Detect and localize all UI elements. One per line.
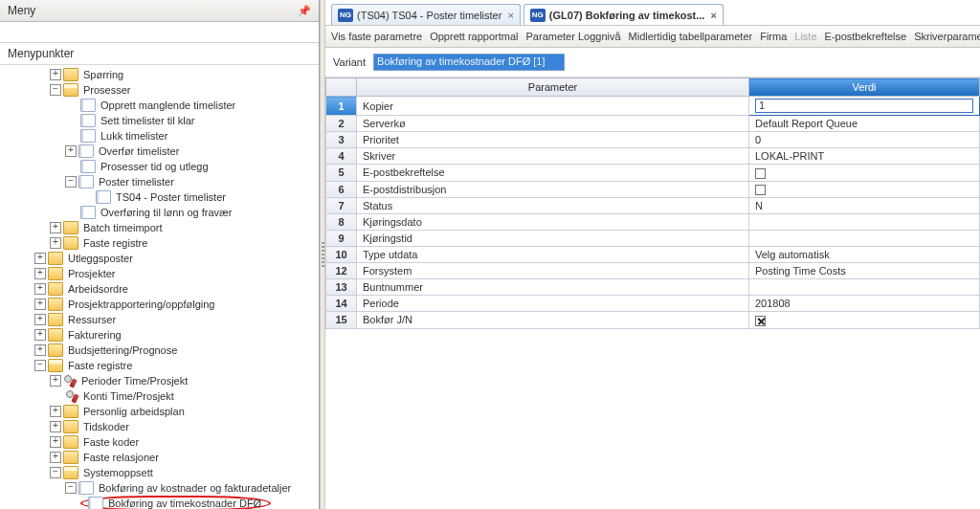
param-value[interactable] [749,312,980,329]
tree-item[interactable]: Systemoppsett [81,467,155,478]
tab-gl07[interactable]: NG (GL07) Bokføring av timekost... × [523,4,724,25]
close-icon[interactable]: × [507,10,513,21]
tree-item[interactable]: Ressurser [66,314,118,325]
collapse-icon[interactable]: − [50,84,61,96]
tree-item[interactable]: Faste relasjoner [81,452,161,463]
tab-badge: NG [530,9,546,22]
expand-icon[interactable]: + [34,253,46,264]
tree-item[interactable]: Batch timeimport [81,222,165,233]
row-number[interactable]: 9 [326,231,357,247]
row-number[interactable]: 7 [326,198,357,214]
row-number[interactable]: 1 [326,97,357,116]
variant-input[interactable]: Bokføring av timekostnader DFØ [1] [373,54,565,71]
param-value[interactable] [749,214,980,231]
menu-item[interactable]: E-postbekreftelse [825,31,907,42]
collapse-icon[interactable]: − [34,360,46,371]
variant-label: Variant [333,56,366,68]
param-value[interactable] [749,181,980,198]
expand-icon[interactable]: + [34,268,46,279]
row-number[interactable]: 3 [326,132,357,148]
collapse-icon[interactable]: − [65,482,77,494]
expand-icon[interactable]: + [50,375,61,387]
param-value[interactable]: LOKAL-PRINT [749,148,980,165]
expand-icon[interactable]: + [34,344,46,356]
tree-item[interactable]: Lukk timelister [99,130,169,142]
expand-icon[interactable]: + [50,222,61,233]
menu-item[interactable]: Opprett rapportmal [430,31,518,42]
param-value[interactable] [749,165,980,182]
expand-icon[interactable]: + [50,452,61,463]
tree-item[interactable]: Faste registre [66,360,134,371]
tree-item[interactable]: Arbeidsordre [66,283,130,295]
collapse-icon[interactable]: − [65,176,77,188]
tree-item[interactable]: Fakturering [66,329,123,341]
tree-item[interactable]: Prosjekter [66,268,118,279]
expand-icon[interactable]: + [34,283,46,295]
splitter[interactable] [320,0,325,509]
param-value[interactable] [749,231,980,247]
close-icon[interactable]: × [710,10,716,21]
tree-item[interactable]: TS04 - Poster timelister [114,191,228,203]
expand-icon[interactable]: + [50,406,61,417]
collapse-icon[interactable]: − [50,467,61,478]
row-number[interactable]: 13 [326,279,357,296]
checkbox[interactable] [755,168,766,179]
tree-item[interactable]: Poster timelister [97,176,176,188]
tree-item[interactable]: Utleggsposter [66,253,135,264]
menu-item[interactable]: Skriverparametre [914,31,980,42]
highlighted-tree-item[interactable]: Bokføring av timekostnader DFØ [80,496,271,509]
expand-icon[interactable]: + [65,145,77,157]
tree-item[interactable]: Faste registre [81,237,149,249]
checkbox[interactable] [755,185,766,195]
column-header-parameter[interactable]: Parameter [357,78,749,97]
tree-item[interactable]: Personlig arbeidsplan [81,406,187,417]
row-number[interactable]: 10 [326,247,357,263]
tree-item[interactable]: Bokføring av kostnader og fakturadetalje… [97,482,293,494]
row-number[interactable]: 2 [326,116,357,132]
param-value[interactable]: N [749,198,980,214]
param-value[interactable]: Posting Time Costs [749,263,980,279]
menu-tree[interactable]: +Spørring −Prosesser Opprett manglende t… [0,65,319,509]
tree-item[interactable]: Konti Time/Prosjekt [81,390,176,402]
tree-item[interactable]: Opprett manglende timelister [99,100,237,111]
menu-item[interactable]: Vis faste parametre [331,31,422,42]
menu-item[interactable]: Parameter Loggnivå [526,31,621,42]
tree-item[interactable]: Perioder Time/Prosjekt [79,375,189,387]
tree-item[interactable]: Prosesser tid og utlegg [99,161,211,172]
row-number[interactable]: 14 [326,296,357,312]
tree-item[interactable]: Prosesser [81,84,133,96]
tree-item[interactable]: Overføring til lønn og fravær [99,207,234,218]
menu-item[interactable]: Firma [760,31,787,42]
param-value[interactable] [749,279,980,296]
tree-item[interactable]: Faste koder [81,436,141,448]
row-number[interactable]: 5 [326,165,357,182]
tree-item[interactable]: Spørring [81,69,125,80]
expand-icon[interactable]: + [50,436,61,448]
tree-item[interactable]: Budsjettering/Prognose [66,344,179,356]
param-value[interactable]: 0 [749,132,980,148]
checkbox-checked[interactable] [755,316,766,326]
expand-icon[interactable]: + [34,314,46,325]
expand-icon[interactable]: + [50,69,61,80]
menu-item[interactable]: Midlertidig tabellparameter [629,31,753,42]
expand-icon[interactable]: + [34,329,46,341]
param-value[interactable]: Default Report Queue [749,116,980,132]
column-header-value[interactable]: Verdi [749,78,980,97]
param-value[interactable]: 201808 [749,296,980,312]
tree-item[interactable]: Tidskoder [81,421,131,432]
tree-item[interactable]: Sett timelister til klar [99,115,196,126]
tree-item[interactable]: Prosjektrapportering/oppfølging [66,299,216,310]
row-number[interactable]: 8 [326,214,357,231]
row-number[interactable]: 15 [326,312,357,329]
pin-icon[interactable]: 📌 [298,4,311,17]
row-number[interactable]: 6 [326,181,357,198]
row-number[interactable]: 12 [326,263,357,279]
tree-item[interactable]: Overfør timelister [97,145,181,157]
param-value[interactable]: 1 [749,97,980,116]
tab-ts04[interactable]: NG (TS04) TS04 - Poster timelister × [331,4,521,25]
expand-icon[interactable]: + [50,421,61,432]
expand-icon[interactable]: + [34,299,46,310]
row-number[interactable]: 4 [326,148,357,165]
param-value[interactable]: Velg automatisk [749,247,980,263]
expand-icon[interactable]: + [50,237,61,249]
